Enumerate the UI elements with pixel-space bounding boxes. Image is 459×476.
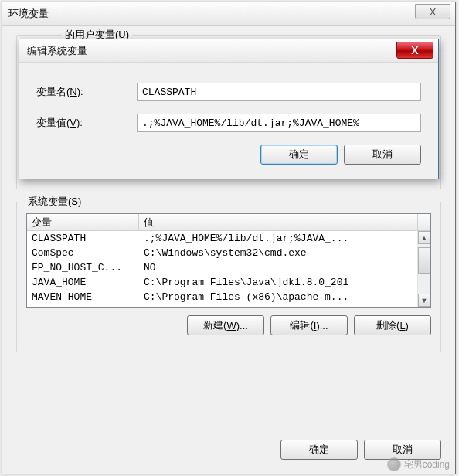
var-value-input[interactable]	[137, 114, 421, 132]
table-row[interactable]: MAVEN_HOME C:\Program Files (x86)\apache…	[27, 290, 417, 304]
col-value[interactable]: 值	[139, 216, 417, 230]
system-vars-legend: 系统变量(S)	[25, 195, 84, 209]
close-icon[interactable]: X	[415, 4, 450, 19]
scroll-track[interactable]	[418, 244, 430, 294]
new-button[interactable]: 新建(W)...	[187, 315, 264, 335]
table-row[interactable]: CLASSPATH .;%JAVA_HOME%/lib/dt.jar;%JAVA…	[27, 231, 417, 246]
edit-sysvar-body: 变量名(N): 变量值(V): 确定 取消	[19, 63, 438, 178]
var-name-input[interactable]	[137, 83, 421, 101]
scroll-down-icon[interactable]: ▼	[418, 294, 430, 307]
edit-sysvar-title: 编辑系统变量	[27, 44, 87, 58]
var-value-label: 变量值(V):	[36, 116, 137, 130]
close-icon[interactable]: X	[396, 42, 434, 59]
ok-button[interactable]: 确定	[260, 144, 338, 165]
ok-button[interactable]: 确定	[280, 440, 358, 460]
table-header: 变量 值	[27, 214, 430, 231]
watermark-icon	[387, 457, 401, 471]
system-vars-group: 系统变量(S) 变量 值 CLASSPATH .;%JAVA_HOME%/lib…	[16, 202, 441, 352]
delete-button[interactable]: 删除(L)	[354, 315, 431, 335]
watermark-text: 宅男coding	[404, 458, 450, 471]
edit-button[interactable]: 编辑(I)...	[270, 315, 348, 335]
scroll-up-icon[interactable]: ▲	[418, 231, 430, 244]
system-vars-actions: 新建(W)... 编辑(I)... 删除(L)	[26, 315, 431, 335]
table-row[interactable]: JAVA_HOME C:\Program Files\Java\jdk1.8.0…	[27, 275, 417, 290]
var-name-row: 变量名(N):	[36, 83, 421, 101]
var-name-label: 变量名(N):	[36, 85, 137, 99]
table-body: CLASSPATH .;%JAVA_HOME%/lib/dt.jar;%JAVA…	[27, 231, 430, 307]
env-vars-title: 环境变量	[8, 7, 49, 21]
edit-sysvar-dialog: 编辑系统变量 X 变量名(N): 变量值(V): 确定 取消	[19, 39, 439, 179]
col-variable[interactable]: 变量	[27, 214, 139, 230]
table-row[interactable]: ComSpec C:\Windows\system32\cmd.exe	[27, 246, 417, 260]
table-row[interactable]: FP_NO_HOST_C... NO	[27, 260, 417, 275]
system-vars-table[interactable]: 变量 值 CLASSPATH .;%JAVA_HOME%/lib/dt.jar;…	[26, 213, 431, 308]
env-vars-titlebar[interactable]: 环境变量 X	[2, 2, 455, 26]
header-scroll-gap	[417, 214, 430, 230]
var-value-row: 变量值(V):	[36, 114, 421, 132]
cancel-button[interactable]: 取消	[344, 144, 421, 165]
scroll-thumb[interactable]	[418, 247, 430, 274]
edit-sysvar-titlebar[interactable]: 编辑系统变量 X	[19, 39, 438, 63]
vertical-scrollbar[interactable]: ▲ ▼	[417, 231, 430, 307]
edit-sysvar-actions: 确定 取消	[36, 144, 421, 165]
watermark: 宅男coding	[387, 457, 450, 471]
